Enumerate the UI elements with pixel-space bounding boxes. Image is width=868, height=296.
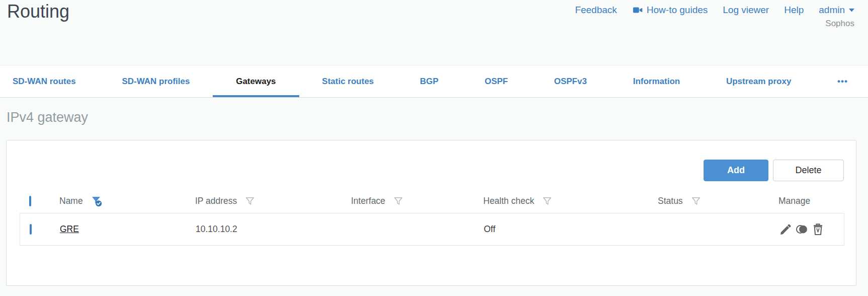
toggle-active-icon[interactable] [795, 223, 809, 236]
column-header-ip-address: IP address [195, 196, 351, 207]
page-title: Routing [7, 1, 69, 22]
toolbar: Add Delete [704, 160, 844, 181]
tab-bar: SD-WAN routes SD-WAN profiles Gateways S… [0, 65, 868, 98]
column-header-status: Status [658, 196, 778, 207]
tab-bgp[interactable]: BGP [420, 65, 439, 97]
column-header-interface: Interface [351, 196, 483, 207]
howto-guides-link[interactable]: How-to guides [632, 5, 708, 16]
brand-label: Sophos [825, 19, 854, 29]
tab-ospfv3[interactable]: OSPFv3 [554, 65, 587, 97]
edit-icon[interactable] [779, 223, 793, 236]
feedback-link[interactable]: Feedback [575, 5, 617, 16]
gateway-name-link[interactable]: GRE [60, 224, 79, 234]
interface-filter-icon[interactable] [393, 196, 404, 207]
ip-filter-icon[interactable] [244, 196, 255, 207]
top-nav: Feedback How-to guides Log viewer Help a… [575, 5, 855, 16]
help-link[interactable]: Help [784, 5, 804, 16]
gateway-name-cell: GRE [60, 224, 196, 235]
name-filter-active-icon[interactable] [91, 195, 103, 207]
tab-information[interactable]: Information [633, 65, 680, 97]
table-header-row: Name IP address Interface [20, 189, 844, 213]
tab-sd-wan-routes[interactable]: SD-WAN routes [13, 65, 76, 97]
gateway-status-cell [658, 225, 779, 234]
gateway-health-check-cell: Off [484, 224, 658, 235]
add-button[interactable]: Add [704, 160, 768, 181]
more-tabs-ellipsis-icon[interactable]: ••• [837, 77, 848, 87]
tab-gateways[interactable]: Gateways [236, 65, 276, 97]
status-filter-icon[interactable] [690, 196, 702, 207]
tab-sd-wan-profiles[interactable]: SD-WAN profiles [122, 65, 190, 97]
caret-down-icon [848, 8, 855, 13]
user-menu[interactable]: admin [819, 5, 855, 16]
section-title: IPv4 gateway [7, 110, 88, 125]
gateway-manage-cell [779, 223, 844, 236]
column-header-health-check: Health check [483, 196, 658, 207]
column-header-name: Name [59, 195, 195, 207]
column-header-manage: Manage [778, 196, 844, 206]
delete-icon[interactable] [811, 223, 825, 236]
tab-upstream-proxy[interactable]: Upstream proxy [726, 65, 791, 97]
select-all-checkbox[interactable] [29, 196, 31, 206]
row-checkbox[interactable] [30, 224, 32, 235]
gateway-card: Add Delete Name IP address [6, 140, 856, 286]
video-camera-icon [632, 5, 643, 16]
delete-button[interactable]: Delete [773, 160, 844, 181]
gateway-ip-cell: 10.10.10.2 [196, 224, 352, 235]
log-viewer-link[interactable]: Log viewer [723, 5, 769, 16]
tab-ospf[interactable]: OSPF [485, 65, 508, 97]
health-check-filter-icon[interactable] [542, 196, 553, 207]
tab-static-routes[interactable]: Static routes [322, 65, 374, 97]
gateway-table: Name IP address Interface [20, 189, 844, 246]
table-row: GRE 10.10.10.2 Off [20, 213, 844, 246]
